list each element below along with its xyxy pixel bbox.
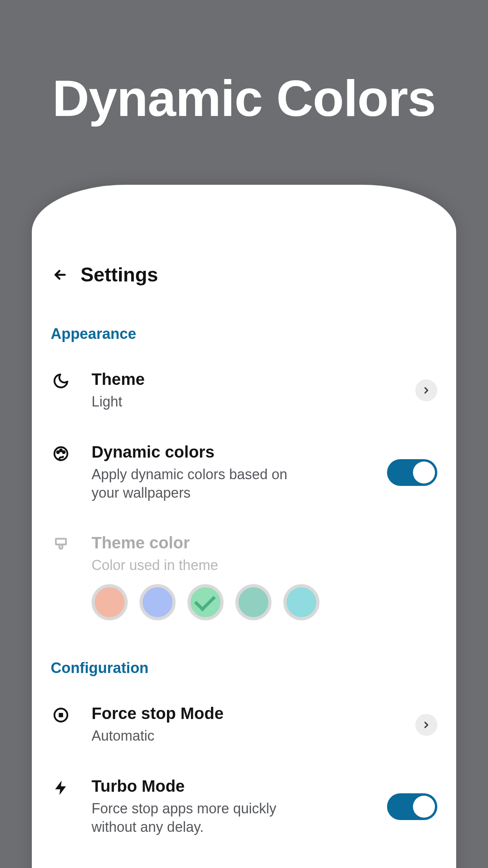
row-force-stop-subtitle: Automatic bbox=[92, 727, 312, 745]
row-force-stop-text: Force stop Mode Automatic bbox=[92, 704, 395, 745]
chevron-right-icon bbox=[421, 720, 431, 730]
swatch-row bbox=[92, 584, 437, 620]
row-theme-title: Theme bbox=[92, 370, 395, 389]
chevron-right-icon bbox=[421, 385, 431, 395]
arrow-left-icon bbox=[52, 267, 68, 283]
svg-point-1 bbox=[57, 451, 59, 453]
section-appearance-label: Appearance bbox=[51, 326, 437, 342]
toggle-knob bbox=[413, 462, 435, 484]
lightning-icon bbox=[51, 777, 71, 796]
color-swatch-0[interactable] bbox=[92, 584, 128, 620]
row-theme-color-subtitle: Color used in theme bbox=[92, 556, 312, 575]
back-button[interactable] bbox=[51, 265, 70, 284]
row-dynamic-subtitle: Apply dynamic colors based on your wallp… bbox=[92, 465, 312, 502]
moon-icon bbox=[51, 370, 71, 390]
row-turbo[interactable]: Turbo Mode Force stop apps more quickly … bbox=[51, 761, 437, 852]
page-title: Settings bbox=[81, 263, 158, 286]
brush-icon bbox=[51, 533, 71, 553]
svg-point-2 bbox=[60, 449, 62, 451]
appbar: Settings bbox=[51, 232, 437, 302]
screen: Settings Appearance Theme Light bbox=[32, 232, 456, 868]
row-turbo-title: Turbo Mode bbox=[92, 777, 367, 796]
row-force-stop-title: Force stop Mode bbox=[92, 704, 395, 723]
color-swatch-3[interactable] bbox=[235, 584, 272, 620]
row-dynamic-title: Dynamic colors bbox=[92, 443, 367, 462]
row-theme-chevron[interactable] bbox=[415, 379, 437, 401]
row-theme-subtitle: Light bbox=[92, 393, 312, 411]
toggle-dynamic-colors[interactable] bbox=[387, 459, 437, 486]
row-force-stop-chevron[interactable] bbox=[415, 714, 437, 736]
svg-point-3 bbox=[63, 451, 65, 453]
color-swatch-2[interactable] bbox=[187, 584, 224, 620]
row-turbo-subtitle: Force stop apps more quickly without any… bbox=[92, 800, 312, 837]
svg-rect-4 bbox=[56, 539, 66, 545]
row-theme-text: Theme Light bbox=[92, 370, 395, 411]
device-frame: Settings Appearance Theme Light bbox=[32, 185, 456, 868]
section-configuration-label: Configuration bbox=[51, 660, 437, 677]
hero-title: Dynamic Colors bbox=[52, 69, 436, 128]
stop-icon bbox=[51, 704, 71, 724]
row-turbo-text: Turbo Mode Force stop apps more quickly … bbox=[92, 777, 367, 837]
row-dynamic-text: Dynamic colors Apply dynamic colors base… bbox=[92, 443, 367, 502]
palette-icon bbox=[51, 443, 71, 462]
row-force-stop[interactable]: Force stop Mode Automatic bbox=[51, 688, 437, 761]
row-theme-color: Theme color Color used in theme bbox=[51, 518, 437, 636]
color-swatch-4[interactable] bbox=[283, 584, 319, 620]
svg-rect-6 bbox=[59, 713, 63, 717]
row-dynamic-colors[interactable]: Dynamic colors Apply dynamic colors base… bbox=[51, 427, 437, 518]
toggle-turbo[interactable] bbox=[387, 793, 437, 820]
row-theme-color-text: Theme color Color used in theme bbox=[92, 533, 437, 620]
row-theme-color-title: Theme color bbox=[92, 533, 437, 552]
color-swatch-1[interactable] bbox=[139, 584, 176, 620]
row-theme[interactable]: Theme Light bbox=[51, 354, 437, 427]
toggle-knob bbox=[413, 796, 435, 818]
